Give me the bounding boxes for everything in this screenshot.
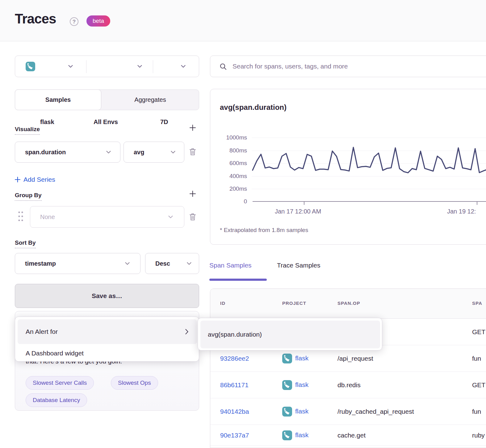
span-op-cell: cache.get xyxy=(337,432,366,439)
visualize-field-value: span.duration xyxy=(25,149,66,156)
span-description-cell: fun xyxy=(472,355,481,362)
visualize-label: Visualize xyxy=(15,126,40,135)
column-header-id[interactable]: ID xyxy=(220,301,225,306)
plus-icon xyxy=(15,177,20,182)
active-tab-underline xyxy=(209,279,267,281)
traces-page: Traces ? beta flask All Envs 7D Samples … xyxy=(0,0,486,448)
submenu-item-avg-span-duration[interactable]: avg(span.duration) xyxy=(200,321,380,348)
span-id-link[interactable]: 93286ee2 xyxy=(220,355,249,362)
page-title: Traces xyxy=(15,11,56,27)
table-row[interactable]: 86b61171 flask db.redis GET xyxy=(210,372,486,398)
chevron-down-icon xyxy=(137,65,142,68)
duration-line-chart[interactable] xyxy=(210,89,486,245)
chevron-down-icon xyxy=(125,262,130,265)
span-op-cell: /api_request xyxy=(337,355,373,362)
visualize-aggregate-value: avg xyxy=(134,149,144,156)
chevron-right-icon xyxy=(185,329,188,334)
menu-item-alert[interactable]: An Alert for xyxy=(18,319,197,344)
column-header-span-op[interactable]: SPAN.OP xyxy=(337,301,360,306)
chevron-down-icon xyxy=(106,151,111,154)
table-header: ID PROJECT SPAN.OP SPA xyxy=(210,289,486,319)
project-name[interactable]: flask xyxy=(295,381,308,388)
project-name[interactable]: flask xyxy=(295,408,308,415)
chevron-down-icon xyxy=(171,151,175,154)
flask-platform-icon xyxy=(282,380,292,390)
help-icon[interactable]: ? xyxy=(70,17,78,26)
group-by-placeholder: None xyxy=(40,214,55,221)
menu-item-alert-label: An Alert for xyxy=(26,328,58,335)
span-samples-table: ID PROJECT SPAN.OP SPA GET 93286ee2 flas… xyxy=(210,288,486,448)
save-as-button[interactable]: Save as… xyxy=(15,284,199,308)
page-filter-bar: flask All Envs 7D xyxy=(15,56,199,77)
suggested-chip[interactable]: Database Latency xyxy=(26,393,87,407)
project-name[interactable]: flask xyxy=(295,355,308,362)
span-description-cell: ruby xyxy=(472,432,485,439)
date-range-filter[interactable]: 7D xyxy=(160,118,168,126)
chevron-down-icon xyxy=(68,65,73,68)
sort-direction-select[interactable]: Desc xyxy=(145,253,199,274)
flask-platform-icon xyxy=(282,407,292,417)
chevron-down-icon xyxy=(187,262,191,265)
search-input[interactable] xyxy=(233,56,486,77)
sort-field-value: timestamp xyxy=(25,260,56,267)
tab-samples[interactable]: Samples xyxy=(15,89,101,110)
search-bar xyxy=(210,56,486,77)
suggested-chip[interactable]: Slowest Ops xyxy=(111,376,158,390)
flask-platform-icon xyxy=(282,354,292,363)
group-by-label: Group By xyxy=(15,192,42,201)
add-series-button[interactable]: Add Series xyxy=(15,176,55,183)
span-id-link[interactable]: 940142ba xyxy=(220,408,249,415)
tab-span-samples[interactable]: Span Samples xyxy=(209,262,252,269)
span-op-cell: /ruby_cached_api_request xyxy=(337,408,414,415)
divider xyxy=(153,60,153,73)
page-header: Traces ? beta xyxy=(0,0,486,41)
menu-item-dashboard[interactable]: A Dashboard widget xyxy=(26,346,192,360)
divider xyxy=(86,60,86,73)
column-header-project[interactable]: PROJECT xyxy=(282,301,306,306)
submenu-item-label: avg(span.duration) xyxy=(208,331,262,338)
tab-aggregates[interactable]: Aggregates xyxy=(101,89,199,110)
flask-platform-icon xyxy=(26,62,35,71)
save-as-menu: An Alert for A Dashboard widget xyxy=(15,317,199,362)
sort-by-label: Sort By xyxy=(15,239,36,248)
add-group-by-icon[interactable] xyxy=(189,190,196,197)
span-id-link[interactable]: 86b61171 xyxy=(220,381,249,389)
sort-field-select[interactable]: timestamp xyxy=(15,253,140,274)
span-description-cell: GET xyxy=(472,381,485,389)
drag-handle-icon[interactable] xyxy=(18,211,24,222)
save-as-submenu: avg(span.duration) xyxy=(198,318,382,351)
suggested-chip[interactable]: Slowest Server Calls xyxy=(26,376,94,390)
beta-badge: beta xyxy=(86,15,110,27)
add-series-label: Add Series xyxy=(23,176,55,183)
span-description-cell: GET xyxy=(472,328,485,336)
sort-direction-value: Desc xyxy=(155,260,170,267)
span-description-cell: fun xyxy=(472,408,481,415)
add-visualize-icon[interactable] xyxy=(189,124,196,131)
chevron-down-icon xyxy=(181,65,186,68)
span-id-link[interactable]: 90e137a7 xyxy=(220,432,249,439)
flask-platform-icon xyxy=(282,430,292,440)
delete-series-icon[interactable] xyxy=(189,147,197,156)
avg-duration-series-line xyxy=(253,147,486,173)
table-row[interactable]: 940142ba flask /ruby_cached_api_request … xyxy=(210,398,486,425)
tab-trace-samples[interactable]: Trace Samples xyxy=(277,262,320,269)
search-icon xyxy=(220,63,227,70)
chevron-down-icon xyxy=(168,216,173,218)
group-by-select[interactable]: None xyxy=(30,206,184,228)
column-header-span-description[interactable]: SPA xyxy=(472,301,482,306)
visualize-aggregate-select[interactable]: avg xyxy=(124,142,184,163)
table-row[interactable]: 90e137a7 flask cache.get ruby xyxy=(210,425,486,446)
environment-filter[interactable]: All Envs xyxy=(94,118,118,126)
visualize-field-select[interactable]: span.duration xyxy=(15,142,120,163)
project-filter[interactable]: flask xyxy=(40,118,54,126)
project-name[interactable]: flask xyxy=(295,431,308,439)
span-op-cell: db.redis xyxy=(337,381,361,389)
delete-group-by-icon[interactable] xyxy=(189,213,197,221)
